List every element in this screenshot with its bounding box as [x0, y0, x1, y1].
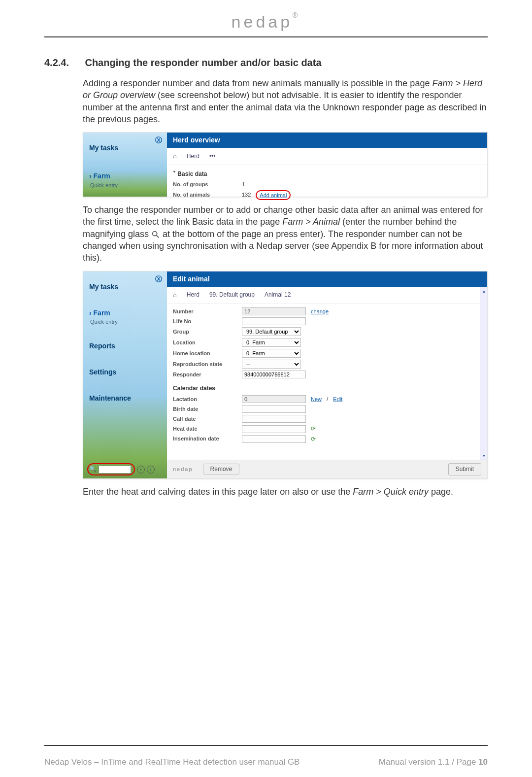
lactation-input[interactable]	[242, 395, 306, 403]
edit-link[interactable]: Edit	[333, 396, 342, 403]
refresh-icon[interactable]: ⟳	[311, 435, 316, 443]
paragraph-1: Adding a responder number and data from …	[83, 77, 488, 125]
lifeno-input[interactable]	[242, 317, 306, 325]
screenshot-edit-animal: ⓧ My tasks › Farm Quick entry Reports Se…	[83, 271, 488, 479]
search-input[interactable]	[99, 466, 131, 473]
label-repro-state: Reproduction state	[173, 361, 237, 368]
close-icon[interactable]: ⓧ	[155, 274, 162, 284]
repro-select[interactable]: --	[242, 360, 301, 369]
label-home-location: Home location	[173, 350, 237, 357]
group-select[interactable]: 99. Default group	[242, 327, 301, 336]
responder-input[interactable]	[242, 371, 306, 378]
submit-button[interactable]: Submit	[448, 463, 481, 475]
new-link[interactable]: New	[311, 396, 322, 403]
location-select[interactable]: 0. Farm	[242, 338, 301, 347]
footer-rule	[44, 745, 488, 746]
prev-button[interactable]: ‹	[137, 466, 145, 473]
crumb-group[interactable]: 99. Default group	[209, 291, 255, 299]
sidebar-item-quickentry[interactable]: Quick entry	[90, 182, 161, 189]
sidebar-item-farm[interactable]: › Farm	[89, 308, 161, 318]
panel-title: Edit animal	[167, 271, 487, 287]
search-row: 🔍 ‹ ›	[87, 463, 155, 475]
refresh-icon[interactable]: ⟳	[311, 425, 316, 433]
scrollbar[interactable]: ▴ ▾	[480, 287, 487, 460]
svg-point-0	[153, 232, 157, 236]
label-group: Group	[173, 328, 237, 336]
calendar-dates-header: Calendar dates	[173, 384, 474, 392]
label-birth-date: Birth date	[173, 405, 237, 413]
sidebar-item-farm[interactable]: › Farm	[89, 171, 161, 181]
page-footer: Nedap Velos – InTime and RealTime Heat d…	[44, 757, 488, 767]
home-icon[interactable]: ⌂	[173, 291, 177, 300]
search-icon[interactable]: 🔍	[89, 465, 97, 473]
next-button[interactable]: ›	[147, 466, 155, 473]
breadcrumb: ⌂ Herd •••	[167, 148, 487, 165]
heat-date-input[interactable]	[242, 425, 306, 433]
basic-data-header[interactable]: ˅ Basic data	[173, 170, 481, 178]
label-heat-date: Heat date	[173, 425, 237, 433]
footer-left: Nedap Velos – InTime and RealTime Heat d…	[44, 757, 299, 767]
header-rule	[44, 36, 488, 37]
sidebar-item-quickentry[interactable]: Quick entry	[90, 318, 161, 326]
value-no-groups: 1	[242, 181, 245, 188]
panel-title: Herd overview	[167, 133, 487, 148]
footer-brand: nedap	[173, 466, 193, 473]
label-responder: Responder	[173, 371, 237, 378]
breadcrumb: ⌂ Herd 99. Default group Animal 12	[167, 287, 480, 304]
paragraph-2: To change the responder number or to add…	[83, 204, 488, 264]
home-location-select[interactable]: 0. Farm	[242, 349, 301, 358]
remove-button[interactable]: Remove	[203, 464, 240, 474]
sidebar-item-mytasks[interactable]: My tasks	[89, 282, 161, 292]
crumb-more[interactable]: •••	[209, 152, 216, 160]
crumb-animal[interactable]: Animal 12	[265, 291, 291, 299]
scroll-down-icon[interactable]: ▾	[483, 452, 485, 459]
label-no-groups: No. of groups	[173, 181, 237, 188]
change-link[interactable]: change	[311, 308, 329, 315]
sidebar-item-reports[interactable]: Reports	[89, 341, 161, 351]
label-location: Location	[173, 339, 237, 346]
crumb-herd[interactable]: Herd	[187, 152, 200, 160]
calf-date-input[interactable]	[242, 415, 306, 423]
crumb-herd[interactable]: Herd	[187, 291, 200, 299]
sidebar-item-maintenance[interactable]: Maintenance	[89, 394, 161, 403]
label-lactation: Lactation	[173, 396, 237, 403]
label-calf-date: Calf date	[173, 415, 237, 423]
close-icon[interactable]: ⓧ	[155, 135, 162, 145]
birth-date-input[interactable]	[242, 405, 306, 413]
highlight-add-animal: Add animal	[256, 190, 291, 200]
screenshot-herd-overview: ⓧ My tasks › Farm Quick entry Herd overv…	[83, 132, 488, 197]
home-icon[interactable]: ⌂	[173, 152, 177, 161]
scroll-up-icon[interactable]: ▴	[483, 288, 485, 295]
number-input[interactable]	[242, 307, 306, 315]
magnifying-glass-icon	[151, 230, 160, 239]
paragraph-3: Enter the heat and calving dates in this…	[83, 486, 488, 498]
svg-line-1	[157, 236, 159, 238]
section-number: 4.2.4.	[44, 57, 83, 68]
highlight-search: 🔍	[87, 463, 135, 475]
sidebar-item-mytasks[interactable]: My tasks	[89, 143, 161, 153]
label-number: Number	[173, 308, 237, 315]
label-insem-date: Insemination date	[173, 435, 237, 442]
add-animal-link[interactable]: Add animal	[260, 192, 287, 198]
footer-right: Manual version 1.1 / Page 10	[379, 757, 488, 767]
brand-logo: nedap®	[44, 12, 488, 32]
label-no-animals: No. of animals	[173, 191, 237, 199]
section-title: Changing the responder number and/or bas…	[85, 57, 321, 68]
label-lifeno: Life No	[173, 318, 237, 325]
value-no-animals: 132	[242, 191, 251, 199]
insem-date-input[interactable]	[242, 435, 306, 443]
sidebar-item-settings[interactable]: Settings	[89, 368, 161, 377]
